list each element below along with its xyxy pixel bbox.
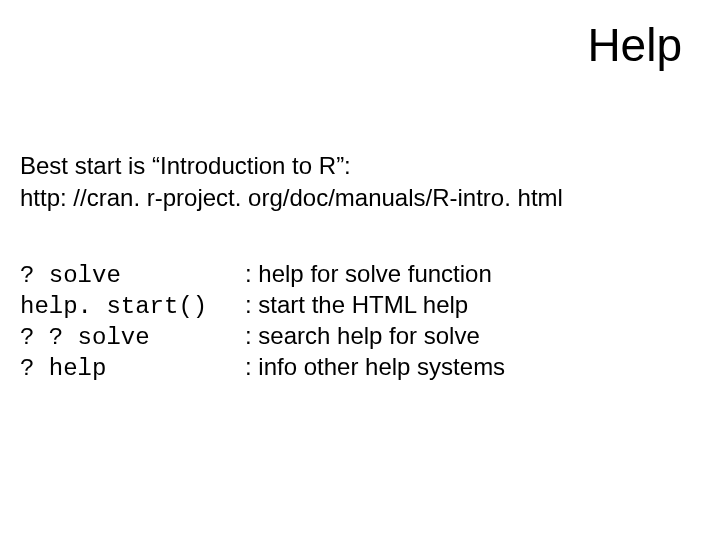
command-desc: : info other help systems bbox=[245, 353, 505, 381]
command-row: ? solve : help for solve function bbox=[20, 260, 505, 289]
intro-block: Best start is “Introduction to R”: http:… bbox=[20, 150, 563, 215]
command-desc: : search help for solve bbox=[245, 322, 480, 350]
command-row: ? help : info other help systems bbox=[20, 353, 505, 382]
command-row: ? ? solve : search help for solve bbox=[20, 322, 505, 351]
command-row: help. start() : start the HTML help bbox=[20, 291, 505, 320]
command-list: ? solve : help for solve function help. … bbox=[20, 260, 505, 384]
command-code: help. start() bbox=[20, 293, 245, 320]
slide-title: Help bbox=[587, 18, 682, 72]
command-code: ? solve bbox=[20, 262, 245, 289]
command-code: ? help bbox=[20, 355, 245, 382]
intro-line-2: http: //cran. r-project. org/doc/manuals… bbox=[20, 182, 563, 214]
intro-line-1: Best start is “Introduction to R”: bbox=[20, 150, 563, 182]
slide: Help Best start is “Introduction to R”: … bbox=[0, 0, 720, 540]
command-desc: : start the HTML help bbox=[245, 291, 468, 319]
command-code: ? ? solve bbox=[20, 324, 245, 351]
command-desc: : help for solve function bbox=[245, 260, 492, 288]
